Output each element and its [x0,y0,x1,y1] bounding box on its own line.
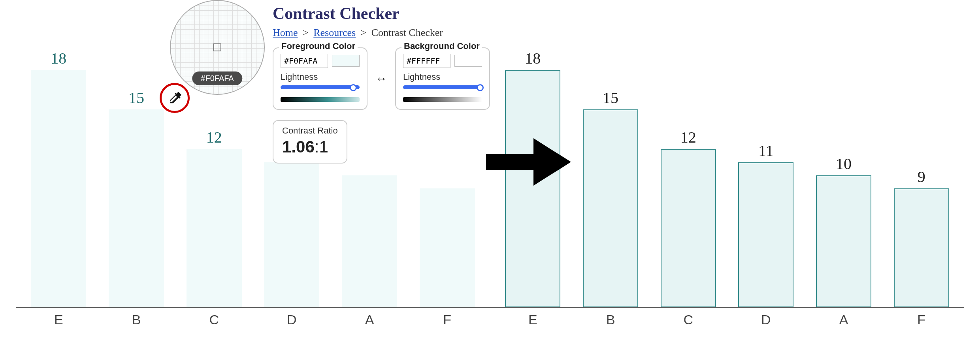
foreground-label: Foreground Color [279,41,358,51]
foreground-swatch[interactable] [332,55,360,67]
x-category: E [20,312,98,327]
eyedropper-icon[interactable] [160,83,190,113]
bar-value: 11 [758,141,774,160]
ratio-label: Contrast Ratio [282,126,338,136]
bar: 15 [98,24,175,307]
background-panel: Background Color Lightness [395,47,490,110]
x-category: C [175,312,253,327]
magnifier-hex: #F0FAFA [192,71,242,85]
background-label: Background Color [401,41,482,51]
bar-value: 18 [51,49,66,68]
bar: 18 [20,24,98,307]
background-swatch[interactable] [454,55,482,67]
x-category: D [727,312,805,327]
x-category: D [253,312,331,327]
bar-value: 15 [603,88,618,107]
bar-value: 9 [918,167,925,186]
foreground-lightness-label: Lightness [281,72,360,82]
x-category: B [98,312,175,327]
x-category: F [882,312,960,327]
bar-value: 10 [836,154,852,173]
magnifier-icon: #F0FAFA [170,0,265,95]
bar-value: 12 [680,128,696,147]
bar: 10 [805,24,883,307]
foreground-lightness-slider[interactable] [281,85,360,96]
breadcrumb-current: Contrast Checker [371,27,443,38]
bar: 15 [572,24,650,307]
breadcrumb: Home > Resources > Contrast Checker [273,27,482,39]
x-category: F [408,312,486,327]
breadcrumb-resources[interactable]: Resources [313,27,356,38]
ratio-value: 1.06:1 [282,137,338,156]
x-category: A [331,312,409,327]
bar-value: 12 [206,128,222,147]
bar-value: 15 [128,88,144,107]
swap-icon[interactable]: ↔ [375,72,387,85]
x-category: E [494,312,572,327]
background-lightness-slider[interactable] [403,85,482,96]
bar: 9 [882,24,960,307]
foreground-hex-field[interactable] [281,54,328,68]
background-lightness-label: Lightness [403,72,482,82]
foreground-panel: Foreground Color Lightness [273,47,368,110]
bar: 12 [649,24,727,307]
x-category: B [572,312,650,327]
bar: 11 [727,24,805,307]
page-title: Contrast Checker [273,4,482,23]
contrast-ratio-card: Contrast Ratio 1.06:1 [273,120,347,164]
bar-value: 18 [525,49,541,68]
svg-marker-0 [486,138,571,186]
x-category: A [805,312,883,327]
breadcrumb-home[interactable]: Home [273,27,298,38]
x-category: C [649,312,727,327]
arrow-right-icon [486,134,573,191]
background-hex-field[interactable] [403,54,450,68]
